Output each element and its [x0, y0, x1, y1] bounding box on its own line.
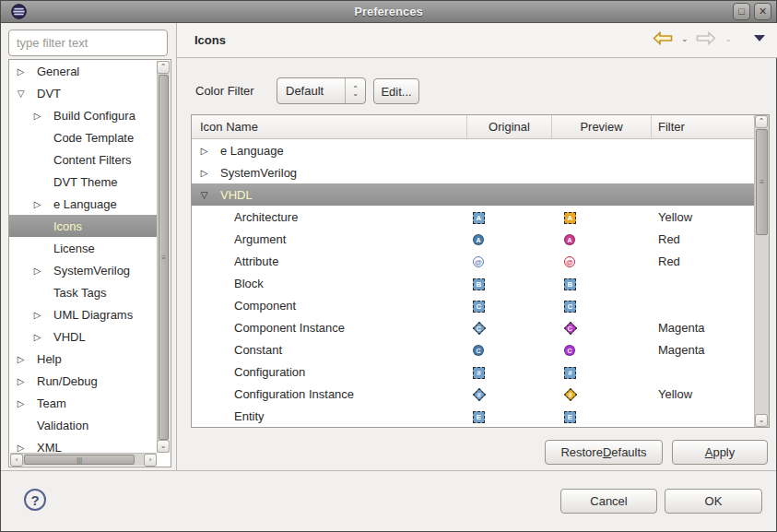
tree-item[interactable]: Icons	[9, 215, 157, 237]
color-filter-value: Default	[277, 84, 345, 98]
table-vscroll-thumb[interactable]: ≡	[756, 129, 768, 235]
color-filter-label: Color Filter	[195, 84, 254, 98]
expander-icon[interactable]	[32, 266, 42, 276]
icon-name-label: Configuration	[234, 365, 305, 379]
table-row[interactable]: Attribute @ @ Red	[192, 250, 754, 272]
tree-item[interactable]: Validation	[9, 414, 157, 436]
expander-icon[interactable]	[32, 310, 42, 320]
tree-item[interactable]: DVT Theme	[9, 171, 157, 193]
tree-item[interactable]: Team	[9, 392, 157, 414]
back-history-chevron-icon[interactable]: ⌄	[681, 34, 689, 43]
chip-icon: C	[564, 301, 576, 313]
tree-item-label: SystemVerilog	[53, 264, 130, 278]
inst-icon: #	[473, 388, 486, 401]
tree-item[interactable]: DVT	[9, 82, 157, 104]
original-icon-cell: C	[467, 298, 552, 312]
table-row[interactable]: Configuration # #	[192, 361, 754, 383]
tree-item[interactable]: Code Template	[9, 126, 157, 148]
original-icon-cell: #	[467, 364, 552, 378]
tree-item-label: VHDL	[53, 330, 86, 344]
column-header-original[interactable]: Original	[467, 115, 552, 138]
expander-icon[interactable]	[16, 66, 26, 77]
icon-name-label: e Language	[220, 144, 284, 158]
forward-icon[interactable]	[696, 31, 716, 45]
maximize-button[interactable]: □	[733, 3, 750, 20]
expander-icon[interactable]	[199, 168, 209, 178]
chip-icon: E	[473, 411, 485, 423]
tree-item[interactable]: Build Configura	[9, 104, 157, 126]
expander-icon[interactable]	[199, 190, 209, 200]
tree-item[interactable]: UML Diagrams	[9, 303, 157, 325]
expander-icon[interactable]	[32, 199, 42, 209]
table-row[interactable]: Block B B	[192, 272, 754, 294]
scroll-left-icon[interactable]: ‹	[10, 454, 23, 467]
help-button[interactable]: ?	[24, 489, 46, 511]
icon-table: Icon Name Original Preview Filter e Lang…	[191, 114, 770, 428]
chip-icon: A	[564, 212, 576, 224]
edit-button[interactable]: Edit...	[373, 78, 419, 104]
tree-vertical-scrollbar[interactable]: ⌃ ≡ ⌄	[157, 61, 170, 453]
tree-item[interactable]: Help	[9, 348, 157, 370]
original-icon-cell: A	[467, 232, 552, 246]
original-icon-cell: B	[467, 276, 552, 290]
expander-icon[interactable]	[16, 443, 26, 453]
expander-icon[interactable]	[16, 376, 26, 386]
back-icon[interactable]	[653, 31, 673, 45]
expander-icon[interactable]	[16, 89, 26, 99]
expander-icon[interactable]	[32, 111, 42, 121]
table-row[interactable]: Configuration Instance # # Yellow	[192, 383, 754, 405]
tree-item[interactable]: License	[9, 237, 157, 259]
tree-horizontal-scrollbar[interactable]: ‹ ||| ›	[10, 453, 157, 466]
titlebar[interactable]: Preferences □ ✕	[1, 1, 776, 23]
cancel-button[interactable]: Cancel	[560, 489, 657, 514]
table-scroll-up-icon[interactable]: ⌃	[755, 115, 768, 128]
tree-item[interactable]: Task Tags	[9, 281, 157, 303]
tree-item[interactable]: e Language	[9, 193, 157, 215]
ok-button[interactable]: OK	[665, 489, 762, 514]
icon-name-label: VHDL	[220, 188, 253, 202]
expander-icon[interactable]	[16, 354, 26, 364]
table-row[interactable]: VHDL	[192, 183, 754, 206]
table-row[interactable]: Component C C	[192, 294, 754, 316]
expander-icon[interactable]	[199, 146, 209, 156]
tree-item-label: Validation	[37, 419, 88, 432]
tree-vscroll-thumb[interactable]: ≡	[159, 75, 169, 440]
column-header-icon-name[interactable]: Icon Name	[192, 115, 467, 138]
column-header-filter[interactable]: Filter	[652, 115, 753, 138]
tree-item-label: Icons	[53, 219, 82, 233]
apply-button[interactable]: Apply	[672, 440, 768, 465]
filter-value-label: Magenta	[652, 343, 753, 357]
expander-icon[interactable]	[16, 398, 26, 408]
table-scroll-down-icon[interactable]: ⌄	[755, 414, 768, 427]
preview-icon-cell: A	[552, 209, 652, 223]
scroll-right-icon[interactable]: ›	[144, 454, 157, 467]
table-row[interactable]: Component Instance C C Magenta	[192, 316, 754, 338]
table-row[interactable]: e Language	[192, 139, 754, 161]
tree-item[interactable]: General	[9, 60, 157, 82]
tree-item[interactable]: XML	[9, 436, 157, 453]
forward-history-chevron-icon[interactable]: ⌄	[724, 34, 732, 43]
filter-input[interactable]	[9, 36, 182, 50]
table-row[interactable]: Architecture A A Yellow	[192, 206, 754, 228]
inst-icon: C	[564, 322, 577, 335]
table-row[interactable]: SystemVerilog	[192, 161, 754, 183]
view-menu-icon[interactable]	[754, 35, 765, 41]
tree-item[interactable]: Content Filters	[9, 148, 157, 171]
scroll-up-icon[interactable]: ⌃	[157, 61, 170, 74]
expander-icon[interactable]	[32, 332, 42, 342]
scroll-down-icon[interactable]: ⌄	[157, 440, 170, 453]
tree-hscroll-thumb[interactable]: |||	[24, 455, 135, 465]
tree-item[interactable]: VHDL	[9, 325, 157, 348]
table-row[interactable]: Entity E E	[192, 405, 754, 427]
page-header: Icons ⌄ ⌄	[177, 23, 777, 58]
table-row[interactable]: Argument A A Red	[192, 228, 754, 250]
column-header-preview[interactable]: Preview	[552, 115, 652, 138]
color-filter-select[interactable]: Default ⌃⌄	[277, 77, 366, 104]
icon-name-label: Block	[234, 277, 264, 290]
restore-defaults-button[interactable]: Restore Defaults	[545, 440, 663, 465]
table-vertical-scrollbar[interactable]: ⌃ ≡ ⌄	[754, 115, 769, 427]
close-button[interactable]: ✕	[754, 3, 771, 20]
tree-item[interactable]: Run/Debug	[9, 370, 157, 392]
tree-item[interactable]: SystemVerilog	[9, 259, 157, 281]
table-row[interactable]: Constant C C Magenta	[192, 338, 754, 361]
